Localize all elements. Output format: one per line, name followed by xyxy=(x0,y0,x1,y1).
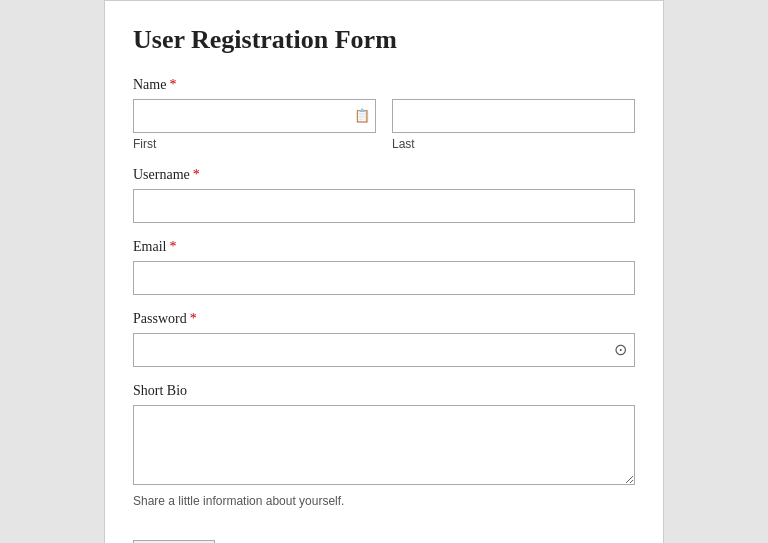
first-name-sub-label: First xyxy=(133,137,376,151)
name-field-group: Name* 📋 First Last xyxy=(133,77,635,151)
password-required-star: * xyxy=(190,311,197,326)
short-bio-field-group: Short Bio Share a little information abo… xyxy=(133,383,635,508)
name-row: 📋 First Last xyxy=(133,99,635,151)
password-toggle-icon[interactable]: ⊙ xyxy=(614,342,627,358)
password-label: Password* xyxy=(133,311,635,327)
email-required-star: * xyxy=(169,239,176,254)
name-label: Name* xyxy=(133,77,635,93)
last-name-input[interactable] xyxy=(392,99,635,133)
first-name-col: 📋 First xyxy=(133,99,376,151)
email-label: Email* xyxy=(133,239,635,255)
first-name-icon: 📋 xyxy=(354,108,370,124)
short-bio-hint: Share a little information about yoursel… xyxy=(133,494,635,508)
email-input[interactable] xyxy=(133,261,635,295)
registration-form-container: User Registration Form Name* 📋 First Las… xyxy=(104,0,664,543)
first-name-input[interactable] xyxy=(133,99,376,133)
password-input[interactable] xyxy=(133,333,635,367)
short-bio-label: Short Bio xyxy=(133,383,635,399)
last-name-sub-label: Last xyxy=(392,137,635,151)
username-required-star: * xyxy=(193,167,200,182)
username-field-group: Username* xyxy=(133,167,635,223)
first-name-input-wrapper: 📋 xyxy=(133,99,376,133)
email-field-group: Email* xyxy=(133,239,635,295)
password-field-group: Password* ⊙ xyxy=(133,311,635,367)
name-required-star: * xyxy=(169,77,176,92)
form-title: User Registration Form xyxy=(133,25,635,55)
last-name-col: Last xyxy=(392,99,635,151)
password-wrapper: ⊙ xyxy=(133,333,635,367)
username-input[interactable] xyxy=(133,189,635,223)
short-bio-textarea[interactable] xyxy=(133,405,635,485)
username-label: Username* xyxy=(133,167,635,183)
